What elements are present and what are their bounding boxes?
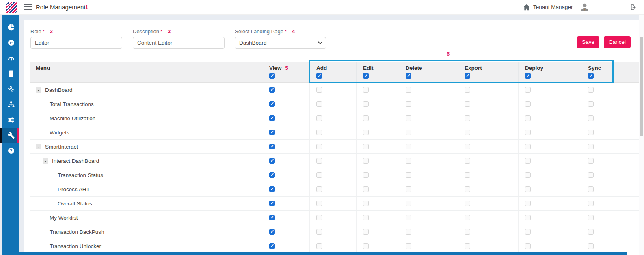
sync-checkbox[interactable]	[588, 115, 594, 121]
view-checkbox[interactable]	[269, 144, 275, 149]
deploy-checkbox[interactable]	[525, 229, 531, 235]
add-checkbox[interactable]	[316, 243, 322, 249]
deploy-checkbox[interactable]	[525, 243, 531, 249]
deploy-checkbox[interactable]	[525, 130, 531, 135]
view-checkbox[interactable]	[269, 130, 275, 135]
save-button[interactable]: Save	[577, 36, 599, 48]
export-checkbox[interactable]	[465, 186, 470, 192]
view-checkbox[interactable]	[269, 229, 275, 235]
deploy-checkbox[interactable]	[525, 215, 531, 220]
landing-page-select[interactable]: DashBoard	[235, 37, 326, 49]
delete-checkbox[interactable]	[406, 186, 411, 192]
vertical-scrollbar-thumb[interactable]	[640, 37, 643, 136]
export-checkbox[interactable]	[465, 172, 470, 178]
delete-checkbox[interactable]	[406, 101, 411, 107]
export-checkbox[interactable]	[465, 229, 470, 235]
delete-checkbox[interactable]	[406, 243, 411, 249]
sync-checkbox[interactable]	[588, 201, 594, 206]
add-checkbox[interactable]	[316, 201, 322, 206]
sync-select-all-checkbox[interactable]	[588, 73, 594, 79]
app-logo-icon[interactable]	[6, 2, 17, 13]
sync-checkbox[interactable]	[588, 172, 594, 178]
view-checkbox[interactable]	[269, 101, 275, 107]
sync-checkbox[interactable]	[588, 229, 594, 235]
add-select-all-checkbox[interactable]	[316, 73, 322, 79]
sidebar-item-gauge[interactable]	[2, 50, 19, 66]
deploy-checkbox[interactable]	[525, 201, 531, 206]
delete-checkbox[interactable]	[406, 115, 411, 121]
add-checkbox[interactable]	[316, 101, 322, 107]
export-checkbox[interactable]	[465, 158, 470, 164]
sidebar-item-pie-chart[interactable]	[2, 19, 19, 35]
delete-checkbox[interactable]	[406, 201, 411, 206]
deploy-checkbox[interactable]	[525, 158, 531, 164]
delete-checkbox[interactable]	[406, 130, 411, 135]
export-checkbox[interactable]	[465, 201, 470, 206]
export-checkbox[interactable]	[465, 101, 470, 107]
delete-checkbox[interactable]	[406, 158, 411, 164]
deploy-checkbox[interactable]	[525, 186, 531, 192]
view-checkbox[interactable]	[269, 201, 275, 206]
add-checkbox[interactable]	[316, 144, 322, 149]
sync-checkbox[interactable]	[588, 186, 594, 192]
user-avatar[interactable]	[579, 2, 590, 13]
edit-checkbox[interactable]	[363, 243, 369, 249]
add-checkbox[interactable]	[316, 87, 322, 93]
view-checkbox[interactable]	[269, 215, 275, 220]
sync-checkbox[interactable]	[588, 130, 594, 135]
sync-checkbox[interactable]	[588, 243, 594, 249]
horizontal-scrollbar[interactable]	[19, 252, 627, 255]
edit-checkbox[interactable]	[363, 201, 369, 206]
view-checkbox[interactable]	[269, 87, 275, 93]
home-icon[interactable]	[522, 3, 531, 12]
hamburger-menu-icon[interactable]	[24, 4, 32, 10]
view-checkbox[interactable]	[269, 115, 275, 121]
view-checkbox[interactable]	[269, 243, 275, 249]
edit-checkbox[interactable]	[363, 229, 369, 235]
sidebar-item-book[interactable]	[2, 66, 19, 81]
add-checkbox[interactable]	[316, 130, 322, 135]
sidebar-item-help[interactable]: ?	[2, 143, 19, 158]
logout-icon[interactable]	[630, 4, 637, 11]
sidebar-item-gears[interactable]	[2, 81, 19, 97]
export-checkbox[interactable]	[465, 87, 470, 93]
sidebar-item-wrench[interactable]	[2, 128, 19, 143]
description-input[interactable]	[133, 37, 225, 49]
delete-checkbox[interactable]	[406, 215, 411, 220]
deploy-select-all-checkbox[interactable]	[525, 73, 531, 79]
delete-checkbox[interactable]	[406, 229, 411, 235]
add-checkbox[interactable]	[316, 115, 322, 121]
add-checkbox[interactable]	[316, 172, 322, 178]
sync-checkbox[interactable]	[588, 144, 594, 149]
edit-checkbox[interactable]	[363, 101, 369, 107]
delete-checkbox[interactable]	[406, 172, 411, 178]
sync-checkbox[interactable]	[588, 215, 594, 220]
deploy-checkbox[interactable]	[525, 144, 531, 149]
edit-checkbox[interactable]	[363, 130, 369, 135]
deploy-checkbox[interactable]	[525, 115, 531, 121]
add-checkbox[interactable]	[316, 158, 322, 164]
edit-checkbox[interactable]	[363, 87, 369, 93]
delete-checkbox[interactable]	[406, 144, 411, 149]
sync-checkbox[interactable]	[588, 101, 594, 107]
edit-checkbox[interactable]	[363, 186, 369, 192]
view-select-all-checkbox[interactable]	[269, 73, 275, 79]
cancel-button[interactable]: Cancel	[604, 36, 631, 48]
sidebar-item-p-badge[interactable]: P	[2, 35, 19, 50]
collapse-toggle[interactable]: -	[36, 144, 41, 149]
view-checkbox[interactable]	[269, 172, 275, 178]
export-checkbox[interactable]	[465, 243, 470, 249]
view-checkbox[interactable]	[269, 158, 275, 164]
sidebar-item-sitemap[interactable]	[2, 97, 19, 112]
add-checkbox[interactable]	[316, 229, 322, 235]
add-checkbox[interactable]	[316, 215, 322, 220]
delete-select-all-checkbox[interactable]	[406, 73, 411, 79]
export-checkbox[interactable]	[465, 215, 470, 220]
edit-checkbox[interactable]	[363, 215, 369, 220]
edit-select-all-checkbox[interactable]	[363, 73, 369, 79]
edit-checkbox[interactable]	[363, 172, 369, 178]
sync-checkbox[interactable]	[588, 87, 594, 93]
export-checkbox[interactable]	[465, 130, 470, 135]
collapse-toggle[interactable]: -	[43, 158, 48, 164]
add-checkbox[interactable]	[316, 186, 322, 192]
